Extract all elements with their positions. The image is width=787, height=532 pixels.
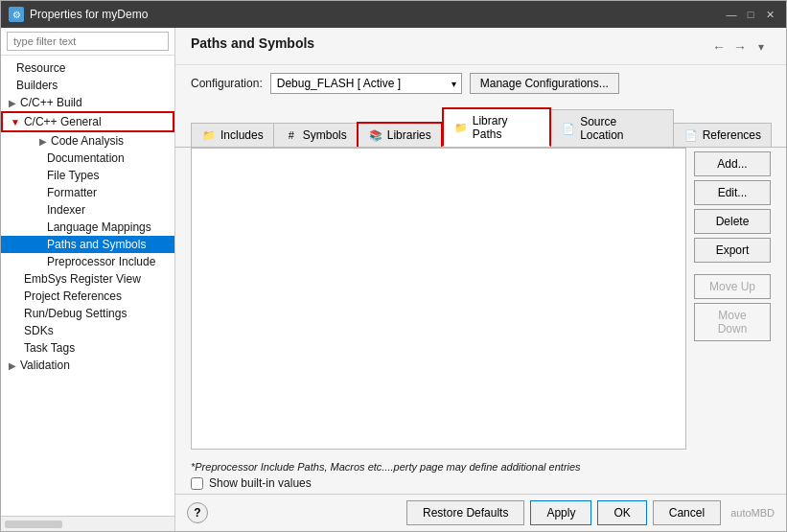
tab-library-paths[interactable]: 📁 Library Paths — [442, 107, 551, 147]
tab-content: Add... Edit... Delete Export Move Up Mov… — [175, 147, 786, 457]
restore-defaults-button[interactable]: Restore Defaults — [406, 500, 524, 525]
tree-area: Resource Builders ▶ C/C++ Build ▼ C/C++ … — [1, 56, 174, 516]
sidebar-item-validation[interactable]: ▶ Validation — [1, 357, 174, 374]
sidebar-item-ccbuild[interactable]: ▶ C/C++ Build — [1, 94, 174, 111]
delete-button[interactable]: Delete — [694, 209, 771, 234]
help-button[interactable]: ? — [187, 502, 208, 523]
sidebar-item-label: Indexer — [47, 203, 85, 217]
show-builtin-row: Show built-in values — [191, 476, 771, 490]
tab-label: Libraries — [387, 128, 431, 142]
watermark: autoMBD — [730, 507, 775, 519]
info-text: *Preprocessor Include Paths, Macros etc.… — [191, 461, 771, 473]
config-label: Configuration: — [191, 77, 263, 90]
config-select-wrapper: Debug_FLASH [ Active ] — [270, 73, 462, 94]
sidebar-item-label: Task Tags — [24, 341, 75, 355]
sidebar-item-label: Documentation — [47, 151, 125, 165]
source-location-icon: 📄 — [561, 122, 576, 135]
add-button[interactable]: Add... — [694, 151, 771, 176]
apply-button[interactable]: Apply — [530, 500, 591, 525]
tab-source-location[interactable]: 📄 Source Location — [550, 109, 673, 147]
sidebar-item-label: SDKs — [24, 324, 54, 337]
sidebar-item-preprocessor[interactable]: Preprocessor Include — [1, 253, 174, 270]
title-bar-controls: — □ ✕ — [723, 6, 778, 23]
panel-title: Paths and Symbols — [191, 35, 709, 51]
sidebar-item-label: Language Mappings — [47, 220, 151, 234]
library-paths-icon: 📁 — [453, 121, 469, 134]
sidebar-item-label: Builders — [16, 79, 58, 92]
main-content: Resource Builders ▶ C/C++ Build ▼ C/C++ … — [1, 28, 786, 531]
expand-arrow: ▶ — [9, 98, 16, 108]
sidebar-item-label: Run/Debug Settings — [24, 307, 127, 320]
tab-references[interactable]: 📄 References — [673, 123, 772, 147]
show-builtin-checkbox[interactable] — [191, 477, 203, 490]
footer-area: *Preprocessor Include Paths, Macros etc.… — [175, 457, 786, 494]
sidebar-item-label: File Types — [47, 169, 99, 182]
sidebar-item-label: C/C++ Build — [20, 96, 82, 109]
back-button[interactable]: ← — [709, 37, 729, 57]
sidebar-item-code-analysis[interactable]: ▶ Code Analysis — [1, 132, 174, 150]
sidebar-item-label: EmbSys Register View — [24, 272, 141, 286]
sidebar-item-label: Resource — [16, 61, 65, 75]
forward-button[interactable]: → — [730, 37, 750, 57]
sidebar-scrollbar-area — [1, 516, 174, 531]
edit-button[interactable]: Edit... — [694, 180, 771, 205]
close-button[interactable]: ✕ — [761, 6, 778, 23]
tab-label: Source Location — [580, 115, 662, 142]
sidebar-item-label: Code Analysis — [51, 134, 124, 148]
tabs-row: 📁 Includes # Symbols 📚 Libraries 📁 Libra… — [175, 100, 786, 147]
sidebar: Resource Builders ▶ C/C++ Build ▼ C/C++ … — [1, 28, 175, 531]
maximize-button[interactable]: □ — [742, 6, 759, 23]
action-buttons: Add... Edit... Delete Export Move Up Mov… — [694, 148, 771, 450]
filter-input[interactable] — [7, 32, 169, 51]
sidebar-item-indexer[interactable]: Indexer — [1, 201, 174, 219]
manage-configurations-button[interactable]: Manage Configurations... — [470, 73, 619, 94]
tab-symbols[interactable]: # Symbols — [273, 123, 358, 147]
sidebar-item-paths-symbols[interactable]: Paths and Symbols → — [1, 236, 174, 253]
sidebar-item-label: Formatter — [47, 186, 97, 199]
properties-dialog: ⚙ Properties for myDemo — □ ✕ Resource — [0, 0, 787, 532]
nav-dropdown-button[interactable]: ▾ — [752, 37, 771, 57]
library-paths-list[interactable] — [191, 148, 686, 450]
sidebar-item-builders[interactable]: Builders — [1, 77, 174, 94]
sidebar-item-label: Preprocessor Include — [47, 255, 155, 268]
move-down-button[interactable]: Move Down — [694, 303, 771, 341]
sidebar-item-run-debug[interactable]: Run/Debug Settings — [1, 305, 174, 322]
sidebar-item-file-types[interactable]: File Types — [1, 167, 174, 184]
help-area: ? — [187, 502, 401, 523]
ok-button[interactable]: OK — [597, 500, 646, 525]
nav-row: ← → ▾ — [709, 37, 771, 57]
sidebar-item-label: Project References — [24, 289, 122, 303]
dialog-title: Properties for myDemo — [30, 8, 723, 21]
bottom-bar: ? Restore Defaults Apply OK Cancel autoM… — [175, 494, 786, 531]
tab-label: Library Paths — [473, 114, 540, 141]
move-up-button[interactable]: Move Up — [694, 274, 771, 299]
sidebar-item-task-tags[interactable]: Task Tags — [1, 339, 174, 357]
sidebar-item-documentation[interactable]: Documentation — [1, 150, 174, 167]
cancel-button[interactable]: Cancel — [653, 500, 721, 525]
sidebar-item-formatter[interactable]: Formatter — [1, 184, 174, 201]
sidebar-item-project-refs[interactable]: Project References — [1, 288, 174, 305]
panel-header: Paths and Symbols ← → ▾ — [175, 28, 786, 65]
export-button[interactable]: Export — [694, 238, 771, 263]
right-panel: Paths and Symbols ← → ▾ Configuration: D… — [175, 28, 786, 531]
horizontal-scrollbar[interactable] — [5, 520, 62, 528]
tab-label: Symbols — [303, 128, 347, 142]
expand-arrow: ▶ — [9, 360, 16, 371]
title-bar: ⚙ Properties for myDemo — □ ✕ — [1, 1, 786, 28]
sidebar-item-language-mappings[interactable]: Language Mappings — [1, 219, 174, 236]
dialog-icon: ⚙ — [9, 7, 24, 22]
minimize-button[interactable]: — — [723, 6, 740, 23]
sidebar-item-ccgeneral[interactable]: ▼ C/C++ General → — [1, 111, 174, 132]
symbols-icon: # — [284, 128, 299, 142]
filter-box — [1, 28, 174, 56]
sidebar-item-label: Validation — [20, 359, 70, 372]
sidebar-item-sdks[interactable]: SDKs — [1, 322, 174, 339]
sidebar-item-label: C/C++ General — [24, 115, 102, 128]
show-builtin-label: Show built-in values — [209, 476, 312, 490]
config-select[interactable]: Debug_FLASH [ Active ] — [270, 73, 462, 94]
tab-label: References — [703, 128, 761, 142]
tab-includes[interactable]: 📁 Includes — [191, 123, 274, 147]
sidebar-item-resource[interactable]: Resource — [1, 59, 174, 77]
sidebar-item-embsys[interactable]: EmbSys Register View — [1, 270, 174, 288]
tab-libraries[interactable]: 📚 Libraries — [357, 122, 443, 147]
